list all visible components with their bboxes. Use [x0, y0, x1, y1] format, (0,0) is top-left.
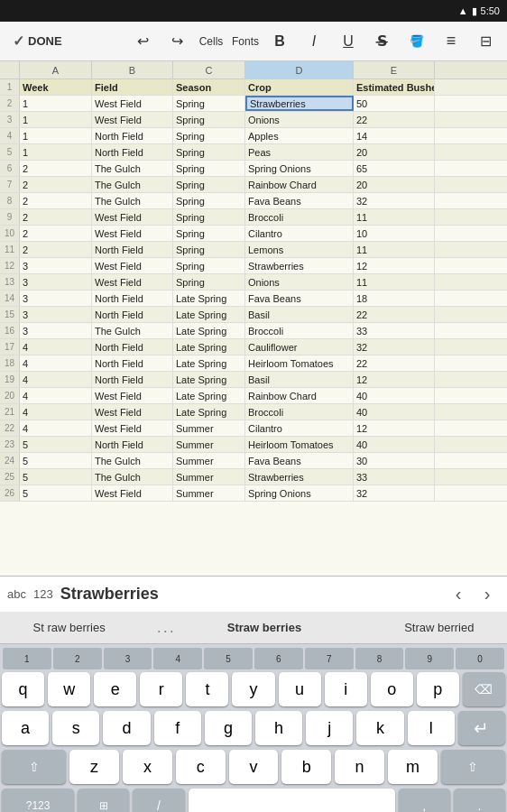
- cell-a[interactable]: 5: [20, 485, 92, 501]
- cell-d[interactable]: Strawberries: [245, 469, 354, 484]
- cell-a[interactable]: 3: [20, 291, 92, 306]
- cell-d[interactable]: Onions: [245, 112, 354, 127]
- table-row[interactable]: 163The GulchLate SpringBroccoli33: [0, 323, 507, 339]
- key-3[interactable]: 3: [104, 648, 152, 669]
- key-7[interactable]: 7: [305, 648, 354, 669]
- cell-d[interactable]: Broccoli: [245, 209, 354, 225]
- cell-a[interactable]: 4: [20, 372, 92, 387]
- cell-b[interactable]: The Gulch: [92, 193, 173, 208]
- cell-c[interactable]: Spring: [173, 242, 245, 257]
- cell-b[interactable]: West Field: [92, 209, 173, 225]
- cell-e[interactable]: 40: [354, 437, 435, 452]
- align-button[interactable]: ≡: [437, 27, 466, 56]
- cell-a[interactable]: 4: [20, 339, 92, 355]
- cell-d[interactable]: Heirloom Tomatoes: [245, 437, 354, 452]
- cell-b[interactable]: West Field: [92, 485, 173, 501]
- table-row[interactable]: 92West FieldSpringBroccoli11: [0, 209, 507, 226]
- key-v[interactable]: v: [229, 750, 279, 784]
- done-button[interactable]: ✓ DONE: [7, 29, 68, 53]
- backspace-key[interactable]: ⌫: [463, 672, 505, 706]
- cell-b[interactable]: West Field: [92, 404, 173, 420]
- table-row[interactable]: 235North FieldSummerHeirloom Tomatoes40: [0, 437, 507, 453]
- cell-b[interactable]: North Field: [92, 355, 173, 371]
- cell-a[interactable]: 1: [20, 144, 92, 160]
- cell-c[interactable]: Summer: [173, 420, 245, 436]
- table-row[interactable]: 112North FieldSpringLemons11: [0, 242, 507, 258]
- table-row[interactable]: 31West FieldSpringOnions22: [0, 112, 507, 128]
- shift-key[interactable]: ⇧: [2, 750, 66, 784]
- key-q[interactable]: q: [2, 672, 44, 706]
- cell-b[interactable]: West Field: [92, 96, 173, 111]
- cell-a[interactable]: 4: [20, 404, 92, 420]
- key-w[interactable]: w: [48, 672, 90, 706]
- cell-d[interactable]: Fava Beans: [245, 291, 354, 306]
- cell-c[interactable]: Spring: [173, 144, 245, 160]
- header-row[interactable]: 1 Week Field Season Crop Estimated Bushe…: [0, 79, 507, 96]
- table-row[interactable]: 82The GulchSpringFava Beans32: [0, 193, 507, 209]
- strikethrough-button[interactable]: S̶: [368, 27, 397, 56]
- cell-d[interactable]: Cilantro: [245, 420, 354, 436]
- cell-d[interactable]: Spring Onions: [245, 161, 354, 176]
- cell-a[interactable]: 3: [20, 274, 92, 290]
- cell-c[interactable]: Spring: [173, 226, 245, 241]
- key-z[interactable]: z: [69, 750, 119, 784]
- key-i[interactable]: i: [325, 672, 367, 706]
- table-row[interactable]: 21West FieldSpringStrawberries50: [0, 96, 507, 112]
- cell-a[interactable]: 5: [20, 453, 92, 468]
- table-row[interactable]: 153North FieldLate SpringBasil22: [0, 307, 507, 323]
- comma-key[interactable]: ,: [399, 789, 450, 812]
- cell-e[interactable]: 22: [354, 307, 435, 322]
- cell-d[interactable]: Broccoli: [245, 323, 354, 338]
- cell-a[interactable]: 3: [20, 323, 92, 338]
- cell-b[interactable]: North Field: [92, 339, 173, 355]
- cell-d[interactable]: Basil: [245, 372, 354, 387]
- table-row[interactable]: 255The GulchSummerStrawberries33: [0, 469, 507, 485]
- table-row[interactable]: 62The GulchSpringSpring Onions65: [0, 161, 507, 177]
- key-9[interactable]: 9: [405, 648, 454, 669]
- header-crop[interactable]: Crop: [245, 79, 354, 95]
- cell-b[interactable]: West Field: [92, 112, 173, 127]
- cell-d[interactable]: Fava Beans: [245, 453, 354, 468]
- cell-c[interactable]: Spring: [173, 193, 245, 208]
- table-row[interactable]: 133West FieldSpringOnions11: [0, 274, 507, 291]
- table-row[interactable]: 194North FieldLate SpringBasil12: [0, 372, 507, 388]
- cell-b[interactable]: West Field: [92, 226, 173, 241]
- cell-e[interactable]: 33: [354, 323, 435, 338]
- cell-d[interactable]: Spring Onions: [245, 485, 354, 501]
- cell-e[interactable]: 40: [354, 388, 435, 403]
- cell-e[interactable]: 11: [354, 209, 435, 225]
- key-6[interactable]: 6: [254, 648, 303, 669]
- table-row[interactable]: 123West FieldSpringStrawberries12: [0, 258, 507, 274]
- shift-key-right[interactable]: ⇧: [441, 750, 505, 784]
- cell-c[interactable]: Spring: [173, 128, 245, 143]
- key-8[interactable]: 8: [355, 648, 404, 669]
- prev-cell-button[interactable]: ‹: [446, 582, 471, 607]
- table-row[interactable]: 143North FieldLate SpringFava Beans18: [0, 291, 507, 307]
- current-cell-value[interactable]: Strawberries: [60, 585, 438, 604]
- table-row[interactable]: 184North FieldLate SpringHeirloom Tomato…: [0, 355, 507, 372]
- key-c[interactable]: c: [176, 750, 226, 784]
- key-s[interactable]: s: [52, 711, 99, 745]
- cell-d[interactable]: Rainbow Chard: [245, 388, 354, 403]
- cell-a[interactable]: 2: [20, 193, 92, 208]
- key-e[interactable]: e: [94, 672, 136, 706]
- key-m[interactable]: m: [388, 750, 438, 784]
- cell-a[interactable]: 1: [20, 128, 92, 143]
- cell-e[interactable]: 22: [354, 355, 435, 371]
- cell-e[interactable]: 32: [354, 193, 435, 208]
- key-x[interactable]: x: [123, 750, 172, 784]
- cell-b[interactable]: The Gulch: [92, 453, 173, 468]
- redo-button[interactable]: ↪: [162, 27, 191, 56]
- cell-e[interactable]: 12: [354, 372, 435, 387]
- key-u[interactable]: u: [279, 672, 321, 706]
- cell-d[interactable]: Lemons: [245, 242, 354, 257]
- cell-c[interactable]: Late Spring: [173, 307, 245, 322]
- cell-e[interactable]: 12: [354, 258, 435, 273]
- filter-button[interactable]: ⊟: [471, 27, 500, 56]
- key-4[interactable]: 4: [153, 648, 202, 669]
- cell-b[interactable]: North Field: [92, 291, 173, 306]
- cell-d[interactable]: Heirloom Tomatoes: [245, 355, 354, 371]
- table-row[interactable]: 214West FieldLate SpringBroccoli40: [0, 404, 507, 420]
- key-r[interactable]: r: [140, 672, 182, 706]
- key-o[interactable]: o: [371, 672, 413, 706]
